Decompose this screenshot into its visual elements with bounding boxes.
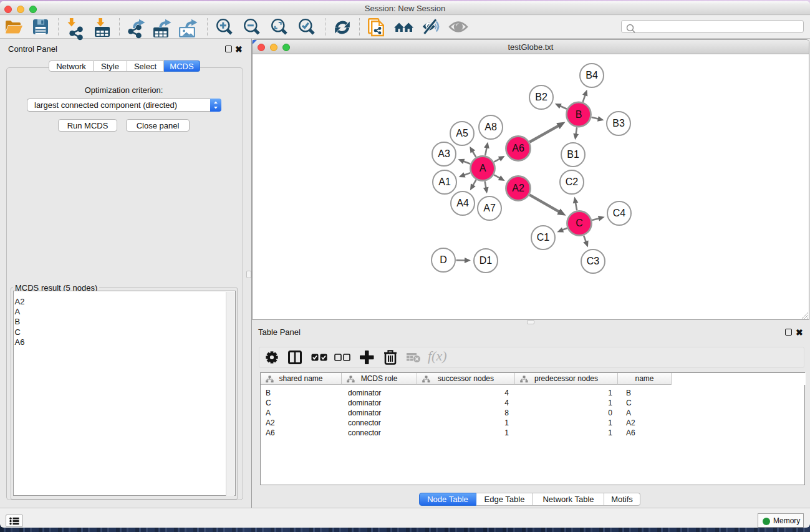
- svg-text:B: B: [576, 109, 582, 120]
- svg-text:A4: A4: [456, 198, 469, 208]
- svg-text:A5: A5: [456, 128, 468, 138]
- svg-text:A8: A8: [485, 122, 497, 132]
- svg-text:A2: A2: [512, 183, 524, 193]
- svg-text:A3: A3: [438, 148, 450, 159]
- svg-text:B3: B3: [612, 118, 625, 128]
- svg-text:C2: C2: [566, 177, 579, 187]
- svg-text:A: A: [480, 163, 486, 173]
- svg-text:B1: B1: [567, 149, 579, 160]
- svg-text:A7: A7: [483, 203, 496, 213]
- svg-text:C: C: [576, 218, 583, 228]
- svg-text:B2: B2: [535, 92, 547, 102]
- svg-text:C1: C1: [537, 232, 550, 243]
- svg-text:B4: B4: [586, 70, 598, 80]
- svg-text:C4: C4: [613, 208, 626, 218]
- svg-text:C3: C3: [587, 256, 600, 266]
- svg-text:D1: D1: [480, 255, 493, 266]
- svg-text:A1: A1: [438, 177, 451, 187]
- svg-text:A6: A6: [512, 143, 524, 153]
- svg-text:D: D: [440, 254, 447, 265]
